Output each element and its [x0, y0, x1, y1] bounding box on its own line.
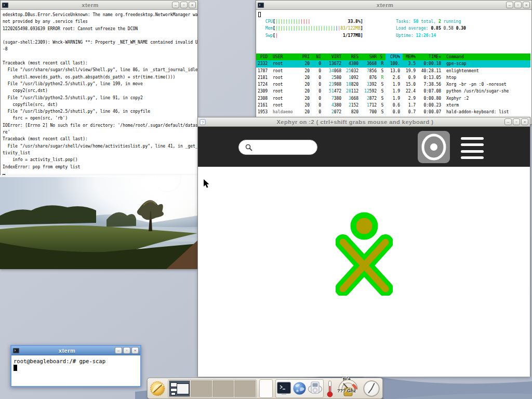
htop-cell: 0.9 — [403, 74, 418, 81]
htop-cell: 1.9 — [385, 95, 403, 102]
htop-process-row[interactable]: 2181 root20 0 2580 1092 876 R2.6 0.9 0:1… — [256, 74, 530, 81]
close-button[interactable]: × — [521, 118, 528, 125]
htop-column-header[interactable]: PID — [256, 54, 270, 60]
htop-process-row[interactable]: 1787 root20 0 34068 25032 7856 S13.0 19.… — [256, 68, 530, 74]
htop-process-row[interactable]: 1953 haldaemo20 0 2072 820 700 S0.0 0.7 … — [256, 109, 530, 115]
pager-desktop-4[interactable] — [234, 380, 256, 397]
terminal-launcher-icon[interactable] — [276, 381, 291, 396]
htop-cell: 1.9 — [385, 88, 403, 95]
close-button[interactable]: × — [523, 2, 530, 8]
htop-cell: 4380 — [344, 60, 361, 67]
landscape-photo[interactable] — [0, 175, 197, 269]
htop-cell: Xorg -br -pn :0 -noreset — [444, 81, 530, 88]
maximize-button[interactable]: ▫ — [514, 2, 522, 8]
htop-cell: S — [379, 88, 385, 95]
xterm-window-icon — [258, 2, 264, 8]
sugar-home-canvas[interactable] — [198, 167, 530, 377]
swap-meter: Swp[| 1/177MB] — [260, 32, 363, 39]
close-button[interactable]: × — [131, 347, 139, 354]
htop-cell: 700 — [361, 109, 379, 115]
htop-cell: 28112 — [344, 88, 361, 95]
htop-cell: 1787 — [256, 68, 270, 74]
titlebar-xephyr[interactable]: ? Xephyr on :2 ( ctrl+shift grabs mouse … — [198, 117, 530, 127]
htop-cell: S — [379, 68, 385, 74]
menu-icon[interactable] — [461, 137, 484, 159]
htop-column-header[interactable]: MEM% — [403, 54, 418, 60]
htop-cell: 3.5 — [403, 60, 418, 67]
htop-cell: R — [379, 60, 385, 67]
mouse-cursor — [203, 179, 210, 189]
htop-process-table: PID USERPRI NI VIRT RES SHR S CPU% MEM% … — [256, 54, 530, 124]
htop-column-header[interactable]: TIME+ — [418, 54, 444, 60]
media-player-icon[interactable] — [308, 381, 323, 396]
htop-cell: 0:00.07 — [418, 109, 444, 115]
htop-cell: 2872 — [361, 95, 379, 102]
htop-column-header[interactable]: Command — [444, 54, 530, 60]
htop-column-header[interactable]: PRI — [300, 54, 312, 60]
titlebar-xterm-log[interactable]: xterm – ▫ × — [1, 1, 197, 10]
pager-desktop-2[interactable] — [191, 380, 212, 397]
htop-process-row[interactable]: 2308 root20 0 7380 3668 2872 S1.9 2.9 0:… — [256, 95, 530, 102]
htop-cell: Xephyr :2 — [444, 95, 530, 102]
htop-meters: CPU[|||||||||||||| 33.8%] Mem[||||||||||… — [260, 18, 363, 39]
htop-column-header[interactable]: VIRT — [324, 54, 344, 60]
htop-info-block: Tasks: 50 total, 2 running Load average:… — [396, 18, 466, 39]
empty-shelf-slot[interactable] — [259, 379, 273, 398]
minimize-button[interactable]: – — [115, 347, 122, 354]
htop-screen[interactable]: CPU[|||||||||||||| 33.8%] Mem[||||||||||… — [256, 10, 531, 124]
htop-process-row[interactable]: 2161 root20 0 4380 2152 1712 S0.6 1.7 0:… — [256, 102, 530, 109]
terminal-shell[interactable]: root@beagleboard:/# gpe-scap — [11, 355, 140, 385]
htop-cell: 34068 — [324, 68, 344, 74]
htop-cell: gpe-scap — [444, 60, 530, 67]
pager-desktop-3[interactable] — [212, 380, 234, 397]
htop-cell: 13.0 — [385, 68, 403, 74]
maximize-button[interactable]: ▫ — [180, 2, 188, 8]
maximize-button[interactable]: ▫ — [123, 347, 130, 354]
htop-cell: S — [379, 81, 385, 88]
tasks-line: Tasks: 50 total, 2 running — [396, 18, 466, 25]
search-input[interactable] — [256, 144, 308, 151]
window-xterm-active[interactable]: xterm – ▫ × root@beagleboard:/# gpe-scap — [10, 345, 141, 387]
close-button[interactable]: × — [189, 2, 196, 8]
enlightenment-start-button[interactable] — [150, 380, 165, 397]
terminal-output-log[interactable]: edesktop.DBus.Error.ServiceUnknown: The … — [1, 10, 197, 175]
htop-cell: 20 — [300, 95, 312, 102]
htop-column-header[interactable]: RES — [344, 54, 361, 60]
minimize-button[interactable]: – — [172, 2, 179, 8]
htop-process-row[interactable]: 1724 root20 0 23988 18820 3392 S1.9 15.0… — [256, 81, 530, 88]
window-xterm-log[interactable]: xterm – ▫ × edesktop.DBus.Error.ServiceU… — [0, 0, 198, 175]
titlebar-xterm-active[interactable]: xterm – ▫ × — [11, 346, 140, 355]
htop-cell: root — [270, 60, 300, 67]
htop-column-header[interactable]: USER — [270, 54, 300, 60]
cpufreq-gadget[interactable]: ??? Ghz — [336, 380, 360, 397]
htop-cell: 20 — [300, 68, 312, 74]
htop-cell: 20 — [300, 60, 312, 67]
htop-column-header[interactable]: NI — [312, 54, 324, 60]
globe-browser-icon[interactable] — [292, 381, 307, 396]
minimize-button[interactable]: – — [506, 2, 513, 8]
temperature-gadget[interactable]: N/A — [326, 380, 334, 397]
window-xephyr-sugar[interactable]: ? Xephyr on :2 ( ctrl+shift grabs mouse … — [197, 117, 530, 377]
launcher-icons — [275, 379, 324, 398]
htop-process-row[interactable]: 2332 root20 0 13672 4380 3668 R100. 3.5 … — [256, 60, 530, 67]
htop-cell: 2332 — [256, 60, 270, 67]
titlebar-xterm-htop[interactable]: xterm – ▫ × — [256, 1, 531, 10]
htop-cell: 100. — [385, 60, 403, 67]
minimize-button[interactable]: – — [504, 118, 512, 125]
window-title: xterm — [8, 2, 172, 8]
htop-column-header[interactable]: CPU% — [385, 54, 403, 60]
window-xterm-htop[interactable]: xterm – ▫ × CPU[|||||||||||||| 33.8%] Me… — [256, 0, 532, 125]
pager-desktop-1[interactable] — [169, 380, 190, 397]
htop-column-header[interactable]: S — [379, 54, 385, 60]
htop-cell: 1092 — [344, 74, 361, 81]
search-box[interactable] — [238, 140, 317, 155]
htop-column-header[interactable]: SHR — [361, 54, 379, 60]
xo-buddy-button[interactable] — [418, 131, 450, 163]
htop-cell: 12592 — [361, 88, 379, 95]
htop-cell: 0:13.05 — [418, 74, 444, 81]
htop-process-row[interactable]: 2309 root20 0 51472 28112 12592 S1.9 22.… — [256, 88, 530, 95]
thermometer-icon — [326, 380, 334, 397]
analog-clock[interactable] — [363, 379, 380, 398]
htop-cell: 2152 — [344, 102, 361, 109]
maximize-button[interactable]: ▫ — [513, 118, 520, 125]
